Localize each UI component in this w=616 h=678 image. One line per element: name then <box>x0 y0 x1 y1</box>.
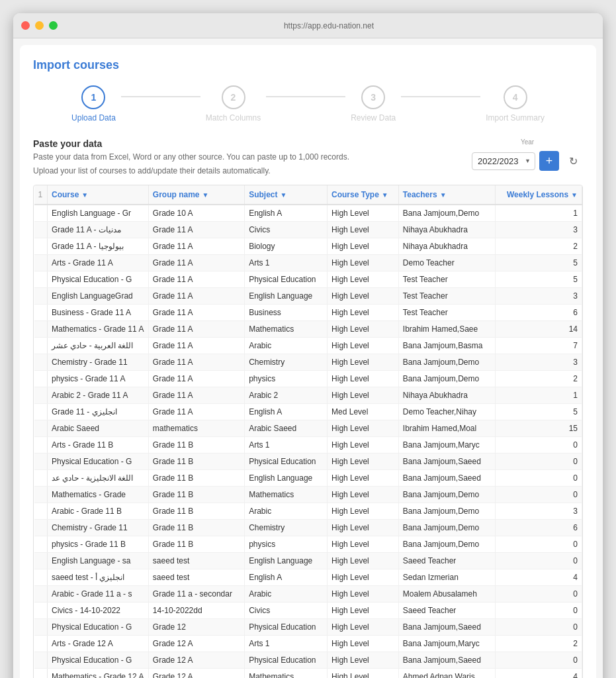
cell-teachers: Bana Jamjoum,Saeed <box>398 652 495 669</box>
type-sort-icon[interactable]: ▼ <box>382 191 388 199</box>
cell-course: Arabic 2 - Grade 11 A <box>48 387 149 404</box>
cell-group: Grade 11 a - secondar <box>148 586 244 603</box>
cell-group: Grade 11 B <box>148 520 244 536</box>
cell-subject: English A <box>245 404 328 420</box>
cell-subject: Mathematics <box>245 669 328 679</box>
cell-subject: Arabic <box>245 338 328 354</box>
step-line-3 <box>401 96 480 97</box>
cell-course: Arts - Grade 12 A <box>48 636 149 652</box>
cell-course: Grade 11 A - بيولوجيا <box>48 238 149 255</box>
table-row: اللغة الانجليزية - حادي عدGrade 11 BEngl… <box>34 470 582 487</box>
cell-group: Grade 11 B <box>148 487 244 503</box>
col-course[interactable]: Course ▼ <box>48 185 149 205</box>
row-number <box>34 305 48 321</box>
row-number <box>34 238 48 255</box>
table-row: Physical Education - GGrade 12Physical E… <box>34 619 582 636</box>
table-header-row: 1 Course ▼ Group name ▼ <box>34 185 582 205</box>
cell-teachers: Saeed Teacher <box>398 553 495 569</box>
cell-subject: physics <box>245 371 328 387</box>
cell-course: Mathematics - Grade 12 A <box>48 669 149 679</box>
col-lessons[interactable]: Weekly Lessons ▼ <box>495 185 582 205</box>
cell-teachers: Bana Jamjoum,Demo <box>398 520 495 536</box>
cell-course: Arts - Grade 11 A <box>48 255 149 271</box>
cell-subject: Biology <box>245 238 328 255</box>
cell-lessons: 1 <box>495 205 582 222</box>
cell-subject: Arts 1 <box>245 437 328 454</box>
maximize-button[interactable] <box>49 21 58 30</box>
col-type[interactable]: Course Type ▼ <box>328 185 399 205</box>
minimize-button[interactable] <box>35 21 44 30</box>
cell-teachers: Sedan Izmerian <box>398 569 495 586</box>
lessons-sort-icon[interactable]: ▼ <box>571 191 578 199</box>
row-number <box>34 454 48 470</box>
cell-lessons: 5 <box>495 404 582 420</box>
cell-group: Grade 11 A <box>148 271 244 288</box>
table-row: اللغة العربية - حادي عشرGrade 11 AArabic… <box>34 338 582 354</box>
refresh-button[interactable]: ↻ <box>563 151 583 171</box>
cell-teachers: Nihaya Abukhadra <box>398 238 495 255</box>
table-row: Arts - Grade 11 BGrade 11 BArts 1High Le… <box>34 437 582 454</box>
cell-lessons: 3 <box>495 354 582 371</box>
cell-lessons: 0 <box>495 652 582 669</box>
row-number <box>34 222 48 238</box>
cell-teachers: Bana Jamjoum,Demo <box>398 354 495 371</box>
step-1-circle: 1 <box>81 85 105 109</box>
col-subject[interactable]: Subject ▼ <box>245 185 328 205</box>
cell-lessons: 0 <box>495 536 582 553</box>
cell-type: High Level <box>328 470 399 487</box>
course-sort-icon[interactable]: ▼ <box>81 191 88 199</box>
table-row: Grade 11 A - مدنياتGrade 11 ACivicsHigh … <box>34 222 582 238</box>
table-row: physics - Grade 11 BGrade 11 BphysicsHig… <box>34 536 582 553</box>
row-number <box>34 603 48 619</box>
cell-teachers: Nihaya Abukhadra <box>398 222 495 238</box>
group-sort-icon[interactable]: ▼ <box>202 191 209 199</box>
cell-lessons: 0 <box>495 437 582 454</box>
cell-course: Grade 11 - انجليزي <box>48 404 149 420</box>
cell-subject: Physical Education <box>245 652 328 669</box>
cell-type: High Level <box>328 636 399 652</box>
cell-subject: Business <box>245 305 328 321</box>
cell-lessons: 14 <box>495 321 582 338</box>
row-number <box>34 619 48 636</box>
table-row: Arts - Grade 12 AGrade 12 AArts 1High Le… <box>34 636 582 652</box>
cell-group: 14-10-2022dd <box>148 603 244 619</box>
page-title: Import courses <box>33 58 583 72</box>
paste-title: Paste your data <box>33 138 349 149</box>
cell-subject: Arabic 2 <box>245 387 328 404</box>
cell-type: High Level <box>328 371 399 387</box>
row-number <box>34 520 48 536</box>
add-button[interactable]: + <box>539 151 559 171</box>
subject-sort-icon[interactable]: ▼ <box>281 191 287 199</box>
year-select[interactable]: 2022/2023 <box>472 152 535 170</box>
cell-course: Chemistry - Grade 11 <box>48 354 149 371</box>
cell-group: Grade 11 B <box>148 454 244 470</box>
row-number <box>34 205 48 222</box>
step-4-circle: 4 <box>504 85 527 109</box>
cell-lessons: 4 <box>495 569 582 586</box>
cell-teachers: Ibrahim Hamed,Moal <box>398 420 495 437</box>
col-group[interactable]: Group name ▼ <box>148 185 244 205</box>
cell-course: Civics - 14-10-2022 <box>48 603 149 619</box>
cell-type: High Level <box>328 669 399 679</box>
row-number <box>34 437 48 454</box>
cell-type: High Level <box>328 222 399 238</box>
cell-teachers: Ibrahim Hamed,Saee <box>398 321 495 338</box>
cell-lessons: 5 <box>495 271 582 288</box>
col-teachers[interactable]: Teachers ▼ <box>398 185 495 205</box>
cell-group: Grade 11 A <box>148 238 244 255</box>
close-button[interactable] <box>21 21 30 30</box>
year-select-wrap[interactable]: 2022/2023 <box>472 152 535 170</box>
table-row: Civics - 14-10-202214-10-2022ddCivicsHig… <box>34 603 582 619</box>
cell-group: Grade 12 <box>148 619 244 636</box>
row-number <box>34 536 48 553</box>
step-line-2 <box>266 96 345 97</box>
cell-type: High Level <box>328 321 399 338</box>
year-row: 2022/2023 + ↻ <box>472 151 583 171</box>
app-window: https://app.edu-nation.net Import course… <box>13 13 603 678</box>
cell-teachers: Bana Jamjoum,Demo <box>398 487 495 503</box>
step-match: 2 Match Columns <box>206 85 261 122</box>
table-row: Chemistry - Grade 11Grade 11 BChemistryH… <box>34 520 582 536</box>
cell-teachers: Demo Teacher <box>398 255 495 271</box>
teachers-sort-icon[interactable]: ▼ <box>440 191 447 199</box>
cell-group: Grade 11 A <box>148 255 244 271</box>
